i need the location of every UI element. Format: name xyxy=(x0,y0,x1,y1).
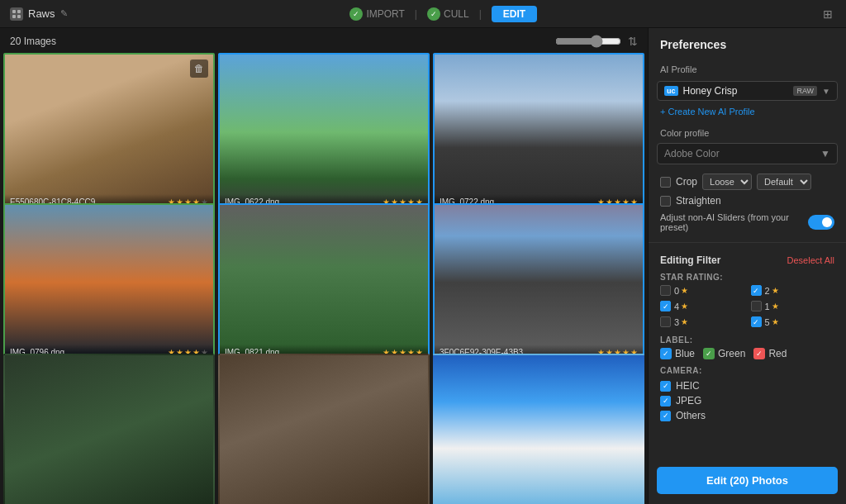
nav-edit[interactable]: EDIT xyxy=(492,6,537,22)
label-green-item: Green xyxy=(703,348,745,359)
camera-others-checkbox[interactable] xyxy=(660,411,671,421)
image-cell-5[interactable]: IMG_0821.dng ★ ★ ★ ★ ★ xyxy=(218,203,430,362)
edit-title-icon[interactable]: ✎ xyxy=(60,8,68,19)
nav-sep-1: | xyxy=(411,8,421,20)
camera-heic-checkbox[interactable] xyxy=(660,381,671,392)
crop-select-loose[interactable]: Loose Tight xyxy=(702,174,752,190)
star-3-checkbox[interactable] xyxy=(660,316,671,327)
camera-heic-label: HEIC xyxy=(676,380,700,392)
edit-button-nav[interactable]: EDIT xyxy=(492,6,537,22)
image-cell-8[interactable] xyxy=(218,354,430,504)
nav-import: ✓ IMPORT xyxy=(349,7,404,21)
color-profile-arrow-icon: ▼ xyxy=(820,148,830,159)
topbar-left: Raws ✎ xyxy=(10,7,68,21)
svg-rect-0 xyxy=(12,10,16,13)
label-green-checkbox[interactable] xyxy=(703,348,715,359)
straighten-checkbox[interactable] xyxy=(660,196,671,207)
image-cell-2[interactable]: IMG_0622.dng ★ ★ ★ ★ ★ xyxy=(218,53,430,212)
image-cell-1[interactable]: 🗑 E550680C-81C8-4CC9... ★ ★ ★ ★ ★ xyxy=(3,53,215,212)
label-blue-item: Blue xyxy=(660,348,695,359)
star-row-4: 4 ★ xyxy=(657,299,748,313)
straighten-label: Straighten xyxy=(676,195,721,207)
star-rating-grid: 0 ★ 2 ★ 4 ★ 1 ★ 3 ★ xyxy=(649,283,846,329)
star-row-2: 2 ★ xyxy=(748,283,839,297)
nav-sep-2: | xyxy=(476,8,485,20)
ai-profile-row[interactable]: uc Honey Crisp RAW ▼ xyxy=(657,81,838,101)
sort-icon[interactable]: ⇅ xyxy=(628,35,638,48)
topbar-nav: ✓ IMPORT | ✓ CULL | EDIT xyxy=(68,6,820,22)
star-1-checkbox[interactable] xyxy=(751,301,762,311)
star-4-checkbox[interactable] xyxy=(660,301,671,311)
camera-heic-item: HEIC xyxy=(657,378,838,393)
window-toggle-icon[interactable]: ⊞ xyxy=(820,6,836,22)
label-green-name: Green xyxy=(718,348,745,359)
color-profile-value: Adobe Color xyxy=(664,148,720,159)
svg-rect-3 xyxy=(17,15,21,18)
star-row-0: 0 ★ xyxy=(657,283,748,297)
star-row-3: 3 ★ xyxy=(657,315,748,329)
star-2-checkbox[interactable] xyxy=(751,285,762,296)
adjust-sliders-label: Adjust non-AI Sliders (from your preset) xyxy=(660,212,803,232)
label-blue-checkbox[interactable] xyxy=(660,348,672,359)
crop-label: Crop xyxy=(676,176,697,188)
camera-jpeg-checkbox[interactable] xyxy=(660,396,671,407)
raw-badge: RAW xyxy=(793,86,817,96)
main-layout: 20 Images ⇅ 🗑 E550680C-81C8-4CC9... ★ ★ … xyxy=(0,28,846,504)
ai-profile-name: Honey Crisp xyxy=(683,85,789,97)
edit-photos-button[interactable]: Edit (20) Photos xyxy=(657,467,838,494)
color-profile-label: Color profile xyxy=(649,121,846,141)
size-slider[interactable] xyxy=(555,35,621,48)
label-filter-row: Blue Green Red xyxy=(649,346,846,363)
cull-check-icon: ✓ xyxy=(427,7,440,21)
camera-others-item: Others xyxy=(657,408,838,423)
create-profile-link[interactable]: + Create New AI Profile xyxy=(649,104,846,121)
crop-checkbox[interactable] xyxy=(660,177,671,188)
app-title: Raws xyxy=(28,7,55,20)
crop-row: Crop Loose Tight Default Square xyxy=(649,171,846,193)
toolbar-right: ⇅ xyxy=(555,35,638,48)
star-3-label: 3 ★ xyxy=(674,317,688,327)
star-4-label: 4 ★ xyxy=(674,302,688,311)
ai-icon: uc xyxy=(664,86,678,96)
adjust-sliders-row: Adjust non-AI Sliders (from your preset) xyxy=(649,209,846,235)
left-panel: 20 Images ⇅ 🗑 E550680C-81C8-4CC9... ★ ★ … xyxy=(0,28,648,504)
divider-1 xyxy=(649,242,846,243)
import-label: IMPORT xyxy=(366,8,404,20)
star-5-checkbox[interactable] xyxy=(751,316,762,327)
deselect-all-button[interactable]: Deselect All xyxy=(787,255,834,265)
ai-profile-dropdown-icon[interactable]: ▼ xyxy=(822,87,830,96)
trash-button-1[interactable]: 🗑 xyxy=(190,59,208,78)
image-count: 20 Images xyxy=(10,36,56,47)
image-cell-7[interactable] xyxy=(3,354,215,504)
svg-rect-2 xyxy=(12,15,16,18)
svg-rect-1 xyxy=(17,10,21,13)
right-panel: Preferences AI Profile uc Honey Crisp RA… xyxy=(648,28,846,504)
import-check-icon: ✓ xyxy=(349,7,363,21)
editing-filter-header: Editing Filter Deselect All xyxy=(649,250,846,269)
label-red-checkbox[interactable] xyxy=(753,348,765,359)
editing-filter-label: Editing Filter xyxy=(660,254,720,266)
star-row-1: 1 ★ xyxy=(748,299,839,313)
label-red-name: Red xyxy=(768,348,787,359)
color-profile-select[interactable]: Adobe Color ▼ xyxy=(657,143,838,164)
star-row-5: 5 ★ xyxy=(748,315,839,329)
star-0-checkbox[interactable] xyxy=(660,285,671,296)
image-cell-4[interactable]: IMG_0796.dng ★ ★ ★ ★ ★ xyxy=(3,203,215,362)
image-grid: 🗑 E550680C-81C8-4CC9... ★ ★ ★ ★ ★ IMG_06… xyxy=(0,53,648,504)
adjust-sliders-toggle[interactable] xyxy=(808,215,834,230)
star-2-label: 2 ★ xyxy=(765,286,779,296)
crop-select-default[interactable]: Default Square xyxy=(757,174,811,190)
image-cell-9[interactable] xyxy=(433,354,644,504)
image-cell-6[interactable]: 3F0C6E92-309E-43B3... ★ ★ ★ ★ ★ xyxy=(433,203,644,362)
topbar-right: ⊞ xyxy=(820,6,836,22)
camera-jpeg-label: JPEG xyxy=(676,395,701,407)
label-red-item: Red xyxy=(753,348,787,359)
star-5-label: 5 ★ xyxy=(765,317,779,327)
star-1-label: 1 ★ xyxy=(765,302,779,311)
image-cell-3[interactable]: IMG_0722.dng ★ ★ ★ ★ ★ xyxy=(433,53,644,212)
camera-sublabel: CAMERA: xyxy=(649,363,846,377)
topbar: Raws ✎ ✓ IMPORT | ✓ CULL | EDIT ⊞ xyxy=(0,0,846,28)
size-slider-container xyxy=(555,35,621,48)
label-sublabel: LABEL: xyxy=(649,332,846,346)
app-icon xyxy=(10,7,23,21)
